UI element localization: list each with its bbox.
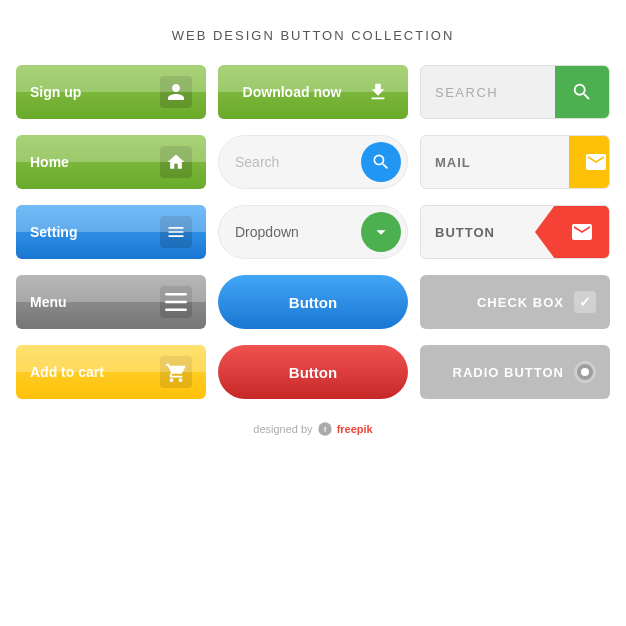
download-button[interactable]: Download now <box>218 65 408 119</box>
radio-icon <box>574 361 596 383</box>
mail-button[interactable]: MAIL <box>420 135 610 189</box>
settings-icon <box>160 216 192 248</box>
signup-button[interactable]: Sign up <box>16 65 206 119</box>
checkbox-icon: ✓ <box>574 291 596 313</box>
searchbar-button[interactable]: Search <box>218 135 408 189</box>
radio-dot <box>581 368 589 376</box>
search-combo-label: SEARCH <box>421 85 555 100</box>
button-mail-button[interactable]: BUTTON <box>420 205 610 259</box>
home-label: Home <box>30 154 160 170</box>
svg-rect-2 <box>165 309 187 312</box>
addtocart-button[interactable]: Add to cart <box>16 345 206 399</box>
setting-button[interactable]: Setting <box>16 205 206 259</box>
red-pill-label: Button <box>289 364 337 381</box>
svg-rect-0 <box>165 293 187 296</box>
radiobutton-button[interactable]: RADIO BUTTON <box>420 345 610 399</box>
user-icon <box>160 76 192 108</box>
red-pill-button[interactable]: Button <box>218 345 408 399</box>
blue-pill-label: Button <box>289 294 337 311</box>
hamburger-icon <box>160 286 192 318</box>
arrow-icon <box>535 205 555 259</box>
search-combo-button[interactable]: SEARCH <box>420 65 610 119</box>
checkbox-label: CHECK BOX <box>477 295 564 310</box>
home-icon <box>160 146 192 178</box>
footer: designed by f freepik <box>253 421 372 437</box>
footer-text: designed by <box>253 423 312 435</box>
searchbar-placeholder: Search <box>235 154 361 170</box>
checkbox-button[interactable]: CHECK BOX ✓ <box>420 275 610 329</box>
search-sq-icon <box>555 65 609 119</box>
home-button[interactable]: Home <box>16 135 206 189</box>
mail-red-icon <box>555 205 609 259</box>
footer-brand: freepik <box>337 423 373 435</box>
button-grid: Sign up Download now SEARCH Home <box>0 65 626 403</box>
mail-icon <box>569 135 610 189</box>
searchbar-icon <box>361 142 401 182</box>
dropdown-label: Dropdown <box>235 224 361 240</box>
svg-rect-1 <box>165 301 187 304</box>
signup-label: Sign up <box>30 84 160 100</box>
chevron-down-icon <box>361 212 401 252</box>
blue-pill-button[interactable]: Button <box>218 275 408 329</box>
freepik-logo-icon: f <box>317 421 333 437</box>
setting-label: Setting <box>30 224 160 240</box>
dropdown-button[interactable]: Dropdown <box>218 205 408 259</box>
menu-button[interactable]: Menu <box>16 275 206 329</box>
menu-label: Menu <box>30 294 160 310</box>
mail-label: MAIL <box>421 155 559 170</box>
download-label: Download now <box>232 84 352 100</box>
cart-icon <box>160 356 192 388</box>
addtocart-label: Add to cart <box>30 364 160 380</box>
download-icon <box>362 76 394 108</box>
radio-label: RADIO BUTTON <box>453 365 564 380</box>
page-title: WEB DESIGN BUTTON COLLECTION <box>172 28 455 43</box>
